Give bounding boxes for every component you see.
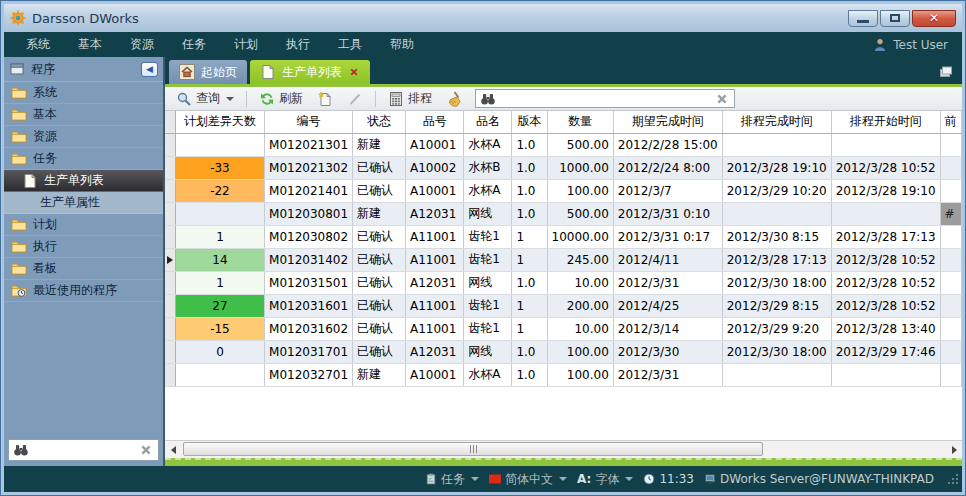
cell-qty[interactable]: 200.00 xyxy=(547,294,613,317)
cell-extra[interactable]: # xyxy=(940,202,961,225)
cell-code[interactable]: M012031501 xyxy=(265,271,353,294)
cell-sched_start[interactable]: 2012/3/28 10:52 xyxy=(831,294,940,317)
cell-item_name[interactable]: 齿轮1 xyxy=(464,225,512,248)
sidebar-item-8[interactable]: 看板 xyxy=(4,258,163,280)
cell-extra[interactable] xyxy=(940,294,961,317)
column-header-diff[interactable]: 计划差异天数 xyxy=(175,111,264,133)
column-header-expect_time[interactable]: 期望完成时间 xyxy=(613,111,722,133)
cell-sched_end[interactable]: 2012/3/28 19:10 xyxy=(722,156,831,179)
column-header-version[interactable]: 版本 xyxy=(512,111,547,133)
cell-version[interactable]: 1.0 xyxy=(512,340,547,363)
cell-item_no[interactable]: A11001 xyxy=(405,294,463,317)
menu-item-6[interactable]: 工具 xyxy=(324,32,376,57)
cell-expect_time[interactable]: 2012/4/25 xyxy=(613,294,722,317)
cell-qty[interactable]: 10.00 xyxy=(547,317,613,340)
scrollbar-thumb[interactable] xyxy=(183,442,763,456)
sidebar-item-2[interactable]: 资源 xyxy=(4,126,163,148)
row-selector[interactable] xyxy=(165,202,175,225)
cell-item_no[interactable]: A12031 xyxy=(405,340,463,363)
cell-qty[interactable]: 10000.00 xyxy=(547,225,613,248)
new-button[interactable] xyxy=(312,89,338,109)
cell-extra[interactable] xyxy=(940,156,961,179)
cell-diff[interactable]: -33 xyxy=(175,156,264,179)
row-selector[interactable] xyxy=(165,248,175,271)
tab-0[interactable]: 起始页 xyxy=(169,60,247,84)
cell-version[interactable]: 1.0 xyxy=(512,202,547,225)
cell-status[interactable]: 已确认 xyxy=(353,340,406,363)
menu-item-7[interactable]: 帮助 xyxy=(376,32,428,57)
cell-code[interactable]: M012031402 xyxy=(265,248,353,271)
cell-version[interactable]: 1 xyxy=(512,317,547,340)
cell-item_name[interactable]: 水杯A xyxy=(464,363,512,386)
column-header-sched_end[interactable]: 排程完成时间 xyxy=(722,111,831,133)
column-header-item_name[interactable]: 品名 xyxy=(464,111,512,133)
cell-extra[interactable] xyxy=(940,271,961,294)
row-selector[interactable] xyxy=(165,271,175,294)
cell-sched_start[interactable]: 2012/3/28 19:10 xyxy=(831,179,940,202)
cell-sched_end[interactable]: 2012/3/28 17:13 xyxy=(722,248,831,271)
cell-sched_start[interactable]: 2012/3/28 17:13 xyxy=(831,225,940,248)
cell-sched_start[interactable] xyxy=(831,363,940,386)
cell-qty[interactable]: 100.00 xyxy=(547,363,613,386)
cell-version[interactable]: 1.0 xyxy=(512,271,547,294)
column-header-item_no[interactable]: 品号 xyxy=(405,111,463,133)
cell-sched_end[interactable]: 2012/3/30 18:00 xyxy=(722,340,831,363)
cell-expect_time[interactable]: 2012/3/14 xyxy=(613,317,722,340)
cell-sched_end[interactable] xyxy=(722,133,831,156)
task-menu[interactable]: 任务 xyxy=(425,471,479,488)
cell-expect_time[interactable]: 2012/4/11 xyxy=(613,248,722,271)
cell-extra[interactable] xyxy=(940,340,961,363)
cell-qty[interactable]: 100.00 xyxy=(547,179,613,202)
cell-extra[interactable] xyxy=(940,317,961,340)
row-selector[interactable] xyxy=(165,363,175,386)
cell-extra[interactable] xyxy=(940,179,961,202)
cell-sched_start[interactable]: 2012/3/28 10:52 xyxy=(831,156,940,179)
cell-status[interactable]: 新建 xyxy=(353,363,406,386)
cell-sched_end[interactable]: 2012/3/30 18:00 xyxy=(722,271,831,294)
cell-version[interactable]: 1.0 xyxy=(512,133,547,156)
tab-1[interactable]: 生产单列表 xyxy=(250,60,370,84)
cell-status[interactable]: 新建 xyxy=(353,202,406,225)
cell-version[interactable]: 1 xyxy=(512,225,547,248)
cell-item_name[interactable]: 水杯A xyxy=(464,133,512,156)
scroll-right-arrow[interactable] xyxy=(946,441,962,458)
cell-expect_time[interactable]: 2012/3/31 0:10 xyxy=(613,202,722,225)
edit-button[interactable] xyxy=(342,89,368,109)
cell-qty[interactable]: 10.00 xyxy=(547,271,613,294)
cell-expect_time[interactable]: 2012/3/7 xyxy=(613,179,722,202)
row-selector-header[interactable] xyxy=(165,111,175,133)
cell-status[interactable]: 已确认 xyxy=(353,317,406,340)
cell-diff[interactable]: 14 xyxy=(175,248,264,271)
cell-sched_end[interactable]: 2012/3/29 8:15 xyxy=(722,294,831,317)
cell-expect_time[interactable]: 2012/3/31 xyxy=(613,271,722,294)
cell-qty[interactable]: 500.00 xyxy=(547,133,613,156)
cell-expect_time[interactable]: 2012/3/31 0:17 xyxy=(613,225,722,248)
cell-sched_end[interactable]: 2012/3/29 9:20 xyxy=(722,317,831,340)
sidebar-search-clear-icon[interactable] xyxy=(138,442,154,458)
cell-status[interactable]: 已确认 xyxy=(353,156,406,179)
cell-code[interactable]: M012031601 xyxy=(265,294,353,317)
sidebar-item-1[interactable]: 基本 xyxy=(4,104,163,126)
row-selector[interactable] xyxy=(165,294,175,317)
sidebar-item-3[interactable]: 任务 xyxy=(4,148,163,170)
cell-version[interactable]: 1.0 xyxy=(512,156,547,179)
close-button[interactable]: ✕ xyxy=(912,10,956,27)
titlebar[interactable]: Darsson DWorks ✕ xyxy=(4,4,962,32)
cell-expect_time[interactable]: 2012/3/30 xyxy=(613,340,722,363)
language-menu[interactable]: 简体中文 xyxy=(489,471,567,488)
resize-grip[interactable] xyxy=(948,474,958,484)
cell-diff[interactable]: 27 xyxy=(175,294,264,317)
cell-code[interactable]: M012031701 xyxy=(265,340,353,363)
column-header-code[interactable]: 编号 xyxy=(265,111,353,133)
cell-status[interactable]: 已确认 xyxy=(353,248,406,271)
query-button[interactable]: 查询 xyxy=(171,88,239,109)
cell-extra[interactable] xyxy=(940,133,961,156)
cell-item_no[interactable]: A10001 xyxy=(405,179,463,202)
sidebar-item-9[interactable]: 最近使用的程序 xyxy=(4,280,163,302)
column-header-qty[interactable]: 数量 xyxy=(547,111,613,133)
row-selector[interactable] xyxy=(165,156,175,179)
cell-expect_time[interactable]: 2012/3/31 xyxy=(613,363,722,386)
cell-code[interactable]: M012030802 xyxy=(265,225,353,248)
toolbar-search-input[interactable] xyxy=(500,92,710,106)
sidebar-item-6[interactable]: 计划 xyxy=(4,214,163,236)
